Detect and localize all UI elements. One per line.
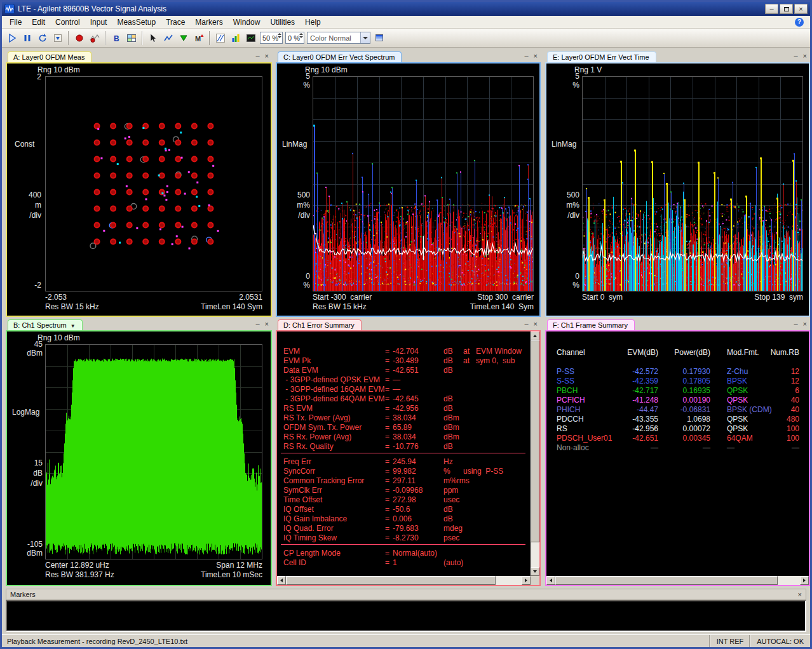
combo-arrow-icon[interactable] xyxy=(360,32,370,43)
display-dark-icon[interactable] xyxy=(243,30,259,46)
horizontal-scrollbar[interactable] xyxy=(546,576,809,585)
panel-tab-b[interactable]: B: Ch1 Spectrum▼ xyxy=(8,319,83,330)
toolbar-separator xyxy=(142,31,143,45)
section-divider xyxy=(281,544,525,545)
panel-minimize-icon[interactable]: – xyxy=(794,321,797,328)
menu-file[interactable]: File xyxy=(4,17,27,28)
menu-utilities[interactable]: Utilities xyxy=(265,17,300,28)
panel-close-icon[interactable]: × xyxy=(803,53,807,60)
sweep-mode-icon[interactable] xyxy=(50,30,65,46)
scroll-right-icon[interactable] xyxy=(522,576,531,585)
menu-edit[interactable]: Edit xyxy=(27,17,50,28)
horizontal-scrollbar[interactable] xyxy=(277,576,531,585)
error-summary-row: SyncCorr=99.982%using P-SS xyxy=(277,467,539,476)
error-summary-row: Common Tracking Error=297.11m%rms xyxy=(277,476,539,486)
svg-text:M: M xyxy=(195,34,201,42)
panel-minimize-icon[interactable]: – xyxy=(255,53,259,60)
frame-summary-header: ChannelEVM(dB)Power(dB)Mod.Fmt.Num.RB xyxy=(546,348,809,358)
close-button[interactable]: × xyxy=(794,4,808,14)
error-summary-row: IQ Gain Imbalance=0.006dB xyxy=(277,514,539,524)
panel-tab-a[interactable]: A: Layer0 OFDM Meas xyxy=(8,51,91,62)
workspace: A: Layer0 OFDM Meas – × Rng 10 dBm 2 Con… xyxy=(2,48,810,634)
markers-close-icon[interactable]: × xyxy=(798,591,802,598)
error-summary-row: Data EVM=-42.651dB xyxy=(277,366,539,375)
bar-chart-icon[interactable] xyxy=(228,30,243,46)
svg-text:B: B xyxy=(114,34,119,43)
error-vector-time-plot[interactable] xyxy=(582,76,803,291)
x-axis-row: Start 0 symStop 139 sym xyxy=(582,293,803,302)
scroll-left-icon[interactable] xyxy=(277,576,286,585)
minimize-button[interactable]: – xyxy=(765,4,778,14)
constellation-plot[interactable] xyxy=(45,76,262,291)
trace-pick-icon[interactable] xyxy=(161,30,176,46)
scroll-down-icon[interactable] xyxy=(531,567,539,576)
menu-control[interactable]: Control xyxy=(50,17,85,28)
menu-window[interactable]: Window xyxy=(228,17,266,28)
markers-content xyxy=(6,600,806,632)
zoom-percent-spinner[interactable]: 50 % xyxy=(260,32,283,44)
record-setup-icon[interactable] xyxy=(87,30,102,46)
vertical-scrollbar[interactable] xyxy=(531,331,539,576)
record-icon[interactable] xyxy=(72,30,87,46)
scrollbar-thumb[interactable] xyxy=(286,576,496,585)
y-axis-bottom: -2 xyxy=(17,281,41,290)
markers-title: Markers xyxy=(10,591,36,598)
scroll-left-icon[interactable] xyxy=(546,576,555,585)
error-summary-row: - 3GPP-defined 64QAM EVM=-42.645dB xyxy=(277,394,539,404)
trace-format-label: LogMag xyxy=(12,408,39,417)
spectrum-plot[interactable] xyxy=(45,344,262,559)
trace-format-label: LinMag xyxy=(282,140,307,149)
frame-summary-row: PDSCH_User01-42.6510.0034564QAM100 xyxy=(546,434,809,443)
help-icon[interactable]: ? xyxy=(795,18,804,27)
error-vector-spectrum-plot[interactable] xyxy=(313,76,534,291)
panel-close-icon[interactable]: × xyxy=(803,321,807,328)
menu-trace[interactable]: Trace xyxy=(161,17,190,28)
chevron-down-icon[interactable]: ▼ xyxy=(71,323,76,329)
play-icon[interactable] xyxy=(4,30,20,46)
maximize-button[interactable] xyxy=(780,4,793,14)
offset-percent-spinner[interactable]: 0 % xyxy=(285,32,304,44)
panel-minimize-icon[interactable]: – xyxy=(524,321,528,328)
panel-close-icon[interactable]: × xyxy=(265,53,269,60)
panel-tab-d[interactable]: D: Ch1 Error Summary xyxy=(278,319,362,330)
pause-icon[interactable] xyxy=(20,30,35,46)
menu-markers[interactable]: Markers xyxy=(190,17,227,28)
error-summary-row: RS EVM=-42.956dB xyxy=(277,404,539,413)
panel-minimize-icon[interactable]: – xyxy=(255,321,259,328)
panel-tab-c[interactable]: C: Layer0 OFDM Err Vect Spectrum xyxy=(278,51,402,62)
markers-panel: Markers × xyxy=(6,589,806,632)
scrollbar-thumb[interactable] xyxy=(555,576,778,585)
pointer-icon[interactable] xyxy=(145,30,161,46)
scroll-up-icon[interactable] xyxy=(531,331,539,340)
window-layout-icon[interactable] xyxy=(124,30,139,46)
scrollbar-thumb[interactable] xyxy=(531,340,539,542)
restart-icon[interactable] xyxy=(35,30,50,46)
frame-summary-row: PBCH-42.7170.16935QPSK6 xyxy=(546,386,809,396)
color-mode-select[interactable]: Color Normal xyxy=(307,32,370,44)
b-window-icon[interactable]: B xyxy=(109,30,124,46)
marker-down-icon[interactable] xyxy=(176,30,191,46)
app-icon xyxy=(4,4,15,14)
peak-search-icon[interactable]: M xyxy=(191,30,206,46)
toolbar-separator xyxy=(209,31,210,45)
menu-help[interactable]: Help xyxy=(300,17,326,28)
gradient-icon[interactable] xyxy=(372,30,387,46)
error-summary-row: Time Offset=272.98usec xyxy=(277,495,539,505)
panel-close-icon[interactable]: × xyxy=(534,321,538,328)
panel-close-icon[interactable]: × xyxy=(534,53,538,60)
menu-meassetup[interactable]: MeasSetup xyxy=(112,17,161,28)
panel-minimize-icon[interactable]: – xyxy=(794,53,797,60)
panel-close-icon[interactable]: × xyxy=(265,321,269,328)
scroll-right-icon[interactable] xyxy=(800,576,809,585)
status-message: Playback Measurement - recording RevD_24… xyxy=(2,635,710,647)
panel-tab-e[interactable]: E: Layer0 OFDM Err Vect Time xyxy=(547,51,656,62)
error-summary-row: Freq Err=245.94Hz xyxy=(277,457,539,467)
error-summary-row: RS Rx. Quality=-10.776dB xyxy=(277,442,539,452)
panel-tab-f[interactable]: F: Ch1 Frame Summary xyxy=(547,319,635,330)
phase-trace-icon[interactable] xyxy=(213,30,228,46)
frame-summary-row: Non-alloc———— xyxy=(546,443,809,453)
error-summary-row: OFDM Sym. Tx. Power=65.89dBm xyxy=(277,423,539,432)
toolbar-separator xyxy=(105,31,106,45)
menu-input[interactable]: Input xyxy=(85,17,112,28)
panel-minimize-icon[interactable]: – xyxy=(524,53,528,60)
